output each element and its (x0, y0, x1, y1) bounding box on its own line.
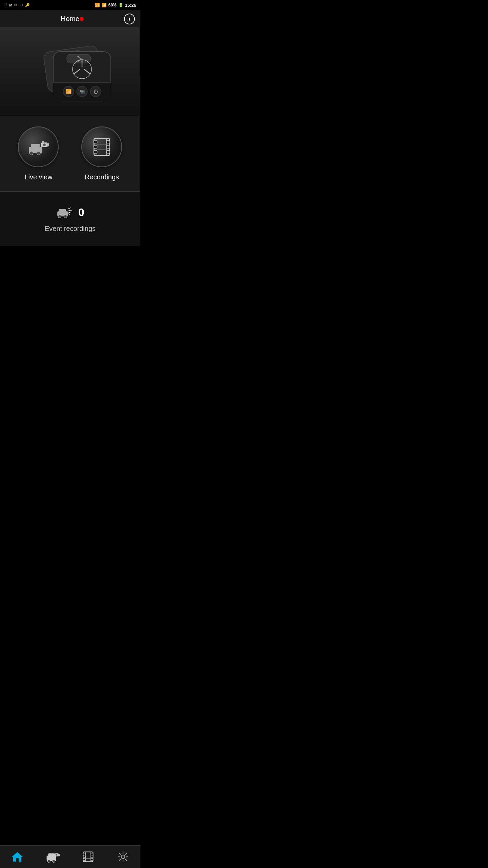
event-recordings-label: Event recordings (45, 225, 96, 233)
svg-line-45 (68, 212, 71, 213)
svg-rect-32 (94, 150, 97, 153)
status-right-icons: 📶 📶 68% 🔋 15:26 (95, 3, 136, 8)
battery-icon: 🔋 (118, 3, 123, 7)
svg-rect-36 (97, 138, 107, 155)
status-bar: ⠿ M ✉ 🛡 🔑 📶 📶 68% 🔋 15:26 (0, 0, 140, 10)
recordings-button[interactable]: Recordings (73, 126, 130, 181)
svg-point-24 (37, 152, 40, 155)
device-image-section: 📶 📷 ⏻ (0, 28, 140, 116)
camera-car-icon (26, 137, 50, 157)
svg-rect-22 (31, 144, 40, 148)
shield-icon: 🛡 (19, 3, 23, 7)
svg-point-23 (30, 152, 33, 155)
live-view-circle (18, 126, 59, 167)
status-left-icons: ⠿ M ✉ 🛡 🔑 (4, 3, 30, 7)
key-icon: 🔑 (25, 3, 30, 7)
bottom-spacer (0, 246, 140, 270)
svg-point-41 (58, 215, 61, 218)
signal-icon: 📶 (102, 3, 107, 7)
svg-rect-7 (67, 54, 90, 63)
svg-text:⏻: ⏻ (94, 89, 98, 94)
info-button[interactable]: i (124, 14, 135, 24)
actions-section: Live view Recordings (0, 116, 140, 192)
mail-icon: ✉ (14, 3, 17, 7)
dots-icon: ⠿ (4, 3, 7, 7)
svg-rect-35 (106, 150, 109, 153)
recording-indicator (80, 17, 84, 21)
page-title: Home (61, 15, 79, 23)
wifi-icon: 📶 (95, 3, 100, 7)
svg-line-44 (69, 210, 72, 210)
svg-line-46 (68, 213, 70, 215)
battery-text: 68% (108, 3, 117, 7)
svg-point-26 (43, 143, 46, 146)
svg-line-43 (68, 208, 71, 209)
svg-text:📶: 📶 (66, 89, 72, 95)
svg-rect-10 (53, 82, 111, 83)
device-svg: 📶 📷 ⏻ (23, 35, 118, 109)
live-view-button[interactable]: Live view (10, 126, 67, 181)
event-section: 0 Event recordings (0, 192, 140, 246)
svg-rect-31 (94, 145, 97, 148)
svg-rect-40 (59, 209, 66, 212)
svg-rect-34 (106, 145, 109, 148)
svg-point-42 (64, 215, 67, 218)
svg-rect-33 (106, 140, 109, 143)
film-strip-icon (91, 136, 113, 158)
event-count-row: 0 (56, 206, 84, 219)
svg-rect-27 (47, 143, 49, 146)
recordings-circle (81, 126, 122, 167)
event-count-number: 0 (78, 206, 84, 219)
gmail-icon: M (9, 3, 12, 7)
time-display: 15:26 (125, 3, 136, 8)
svg-rect-30 (94, 140, 97, 143)
svg-text:📷: 📷 (79, 89, 85, 95)
recordings-label: Recordings (85, 173, 119, 181)
app-header: Home i (0, 10, 140, 28)
svg-rect-28 (42, 141, 44, 142)
car-crash-icon (56, 206, 73, 219)
live-view-label: Live view (24, 173, 52, 181)
